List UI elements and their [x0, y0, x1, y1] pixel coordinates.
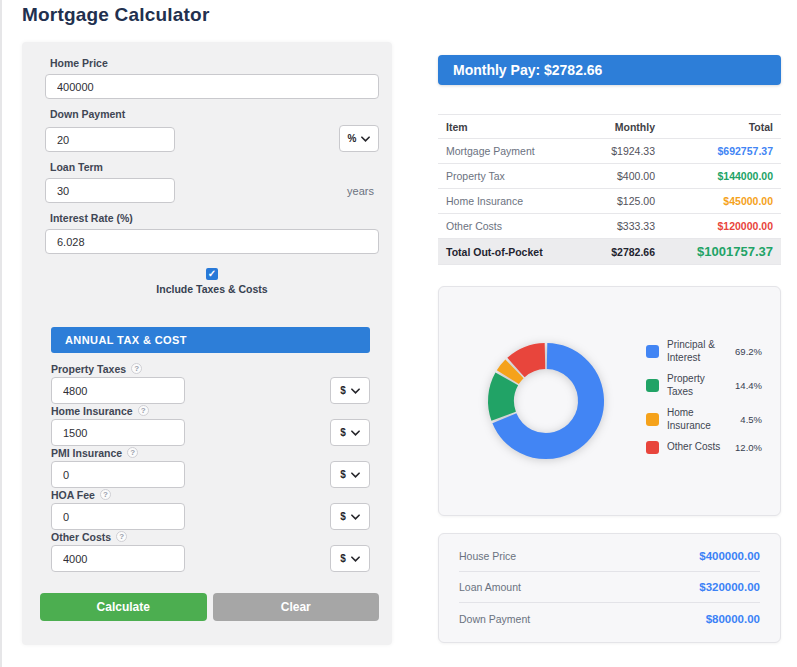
legend-swatch	[646, 345, 659, 358]
other-costs-field: Other Costs ? $	[51, 530, 370, 572]
total-value: $1001757.37	[655, 244, 773, 259]
down-payment-field: Down Payment %	[45, 108, 379, 152]
other-costs-input[interactable]	[51, 545, 185, 572]
loan-term-input[interactable]	[45, 178, 175, 203]
chevron-down-icon	[351, 556, 360, 562]
property-taxes-field: Property Taxes ? $	[51, 362, 370, 404]
interest-rate-field: Interest Rate (%)	[45, 212, 379, 254]
col-item-header: Item	[446, 121, 563, 133]
summary-row: Loan Amount $320000.00	[459, 572, 760, 603]
other-costs-unit-select[interactable]: $	[330, 545, 370, 572]
row-total: $692757.37	[655, 145, 773, 157]
home-insurance-unit-value: $	[340, 427, 346, 438]
property-taxes-unit-select[interactable]: $	[330, 377, 370, 404]
summary-value: $400000.00	[699, 550, 760, 562]
summary-value: $320000.00	[699, 581, 760, 593]
info-icon[interactable]: ?	[138, 405, 149, 416]
table-row: Other Costs $333.33 $120000.00	[438, 214, 781, 239]
calculator-form-card: Home Price Down Payment % Loan Term year…	[22, 42, 392, 645]
pmi-insurance-input[interactable]	[51, 461, 185, 488]
info-icon[interactable]: ?	[100, 489, 111, 500]
chart-card: Principal & Interest 69.2% Property Taxe…	[438, 286, 781, 516]
property-taxes-label: Property Taxes	[51, 363, 126, 375]
include-taxes-checkbox[interactable]: ✓	[206, 268, 218, 280]
home-insurance-input[interactable]	[51, 419, 185, 446]
home-price-label: Home Price	[50, 57, 379, 70]
legend-label: Home Insurance	[667, 407, 736, 432]
legend-swatch	[646, 379, 659, 392]
row-monthly: $333.33	[563, 220, 655, 232]
down-payment-label: Down Payment	[50, 108, 379, 121]
legend-label: Property Taxes	[667, 373, 731, 398]
pmi-insurance-field: PMI Insurance ? $	[51, 446, 370, 488]
interest-rate-label: Interest Rate (%)	[50, 212, 379, 225]
table-row: Mortgage Payment $1924.33 $692757.37	[438, 139, 781, 164]
loan-term-label: Loan Term	[50, 161, 379, 174]
col-monthly-header: Monthly	[563, 121, 655, 133]
row-monthly: $400.00	[563, 170, 655, 182]
legend-item: Other Costs 12.0%	[646, 441, 762, 454]
home-insurance-unit-select[interactable]: $	[330, 419, 370, 446]
row-item: Property Tax	[446, 170, 563, 182]
pmi-insurance-unit-select[interactable]: $	[330, 461, 370, 488]
other-costs-label: Other Costs	[51, 531, 111, 543]
info-icon[interactable]: ?	[127, 447, 138, 458]
down-payment-unit-value: %	[348, 133, 357, 144]
pmi-insurance-unit-value: $	[340, 469, 346, 480]
down-payment-unit-select[interactable]: %	[339, 125, 379, 152]
col-total-header: Total	[655, 121, 773, 133]
calculate-button[interactable]: Calculate	[40, 593, 207, 621]
home-price-field: Home Price	[45, 57, 379, 99]
info-icon[interactable]: ?	[116, 531, 127, 542]
legend-swatch	[646, 441, 659, 454]
row-total: $144000.00	[655, 170, 773, 182]
down-payment-input[interactable]	[45, 127, 175, 152]
row-item: Other Costs	[446, 220, 563, 232]
other-costs-unit-value: $	[340, 553, 346, 564]
table-row: Property Tax $400.00 $144000.00	[438, 164, 781, 189]
total-monthly: $2782.66	[563, 246, 655, 258]
total-item: Total Out-of-Pocket	[446, 246, 563, 258]
summary-row: Down Payment $80000.00	[459, 603, 760, 634]
home-insurance-label: Home Insurance	[51, 405, 133, 417]
property-taxes-unit-value: $	[340, 385, 346, 396]
clear-button[interactable]: Clear	[213, 593, 380, 621]
row-item: Home Insurance	[446, 195, 563, 207]
legend-item: Principal & Interest 69.2%	[646, 339, 762, 364]
legend-item: Property Taxes 14.4%	[646, 373, 762, 398]
info-icon[interactable]: ?	[131, 363, 142, 374]
table-total-row: Total Out-of-Pocket $2782.66 $1001757.37	[438, 239, 781, 265]
results-column: Monthly Pay: $2782.66 Item Monthly Total…	[438, 55, 781, 643]
legend-item: Home Insurance 4.5%	[646, 407, 762, 432]
page-title: Mortgage Calculator	[22, 4, 210, 26]
home-insurance-field: Home Insurance ? $	[51, 404, 370, 446]
row-total: $120000.00	[655, 220, 773, 232]
summary-label: Loan Amount	[459, 581, 521, 593]
home-price-input[interactable]	[45, 74, 379, 99]
hoa-fee-field: HOA Fee ? $	[51, 488, 370, 530]
row-monthly: $125.00	[563, 195, 655, 207]
property-taxes-input[interactable]	[51, 377, 185, 404]
chevron-down-icon	[351, 388, 360, 394]
legend-pct: 12.0%	[735, 442, 762, 453]
summary-value: $80000.00	[706, 613, 760, 625]
donut-chart	[466, 321, 626, 481]
chevron-down-icon	[361, 136, 370, 142]
hoa-fee-unit-select[interactable]: $	[330, 503, 370, 530]
summary-label: Down Payment	[459, 613, 530, 625]
legend-pct: 14.4%	[735, 380, 762, 391]
hoa-fee-unit-value: $	[340, 511, 346, 522]
donut-chart-wrap	[466, 321, 626, 481]
chevron-down-icon	[351, 430, 360, 436]
loan-term-field: Loan Term years	[45, 161, 379, 203]
hoa-fee-input[interactable]	[51, 503, 185, 530]
legend-pct: 69.2%	[735, 346, 762, 357]
row-monthly: $1924.33	[563, 145, 655, 157]
interest-rate-input[interactable]	[45, 229, 379, 254]
chevron-down-icon	[351, 514, 360, 520]
row-item: Mortgage Payment	[446, 145, 563, 157]
payment-table-header: Item Monthly Total	[438, 114, 781, 139]
chart-legend: Principal & Interest 69.2% Property Taxe…	[646, 339, 762, 463]
chevron-down-icon	[351, 472, 360, 478]
tax-section-header: ANNUAL TAX & COST	[51, 327, 370, 353]
